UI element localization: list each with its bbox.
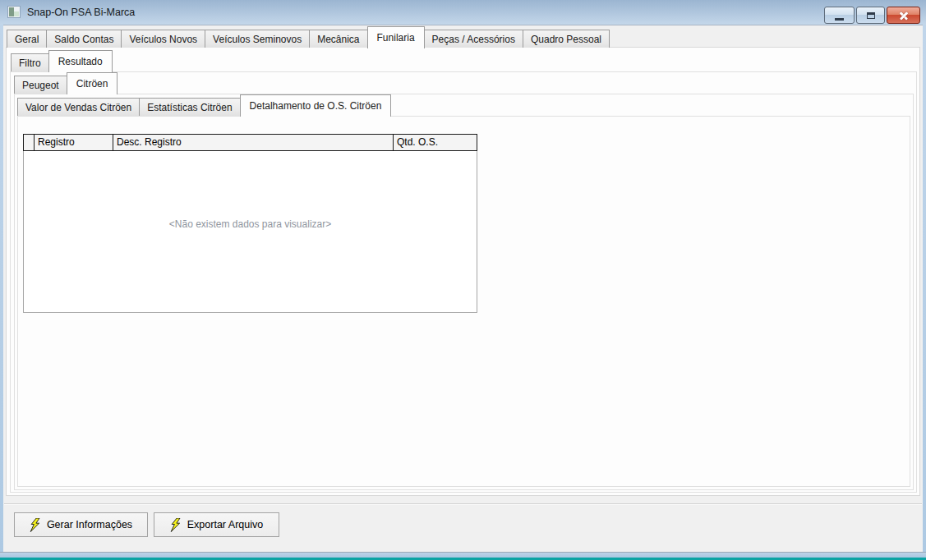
tab-quadro-pessoal[interactable]: Quadro Pessoal bbox=[523, 30, 610, 48]
tab-citroen[interactable]: Citröen bbox=[67, 72, 118, 94]
tab-peugeot[interactable]: Peugeot bbox=[14, 76, 67, 94]
tab-geral[interactable]: Geral bbox=[7, 30, 47, 48]
gerar-informacoes-button-label: Gerar Informações bbox=[47, 519, 132, 530]
minimize-icon bbox=[835, 18, 844, 21]
tab-filtro[interactable]: Filtro bbox=[11, 53, 49, 71]
main-tabs: GeralSaldo ContasVeículos NovosVeículos … bbox=[7, 26, 609, 48]
app-icon bbox=[7, 6, 21, 18]
minimize-button[interactable] bbox=[824, 7, 855, 24]
grid-column-header-qtd-o-s[interactable]: Qtd. O.S. bbox=[394, 135, 477, 150]
maximize-icon bbox=[867, 12, 875, 19]
caption-buttons bbox=[824, 7, 920, 24]
grid-column-header-registro[interactable]: Registro bbox=[35, 135, 113, 150]
report-tabs: Valor de Vendas CitröenEstatísticas Citr… bbox=[17, 94, 390, 116]
exportar-arquivo-button-label: Exportar Arquivo bbox=[187, 519, 263, 530]
grid-empty-message: <Não existem dados para visualizar> bbox=[24, 218, 477, 230]
gerar-informacoes-button[interactable]: Gerar Informações bbox=[14, 512, 148, 537]
tab-estatisticas-citroen[interactable]: Estatísticas Citröen bbox=[139, 98, 240, 116]
window-border-bottom bbox=[0, 552, 926, 560]
tab-valor-de-vendas-citroen[interactable]: Valor de Vendas Citröen bbox=[17, 98, 140, 116]
close-button[interactable] bbox=[887, 7, 920, 24]
grid-column-header-desc-registro[interactable]: Desc. Registro bbox=[113, 135, 394, 150]
grid-header: RegistroDesc. RegistroQtd. O.S. bbox=[23, 134, 477, 151]
titlebar[interactable]: Snap-On PSA Bi-Marca bbox=[0, 0, 926, 25]
tab-resultado[interactable]: Resultado bbox=[48, 50, 113, 72]
window-title: Snap-On PSA Bi-Marca bbox=[27, 0, 135, 25]
grid-column-header-indicator[interactable] bbox=[24, 135, 35, 150]
tab-veiculos-seminovos[interactable]: Veículos Seminovos bbox=[205, 30, 310, 48]
view-tabs: FiltroResultado bbox=[11, 50, 112, 71]
os-detail-grid[interactable]: RegistroDesc. RegistroQtd. O.S. <Não exi… bbox=[23, 134, 477, 313]
tab-veiculos-novos[interactable]: Veículos Novos bbox=[121, 30, 205, 48]
app-icon-detail bbox=[14, 11, 19, 16]
action-bar: Gerar InformaçõesExportar Arquivo bbox=[0, 504, 926, 552]
lightning-icon bbox=[170, 518, 181, 532]
app-window: Snap-On PSA Bi-Marca GeralSaldo ContasVe… bbox=[0, 0, 926, 560]
tab-funilaria[interactable]: Funilaria bbox=[367, 26, 425, 48]
window-border-left bbox=[0, 25, 3, 552]
tab-pecas-acessorios[interactable]: Peças / Acessórios bbox=[424, 30, 523, 48]
lightning-icon bbox=[30, 518, 40, 532]
maximize-button[interactable] bbox=[856, 7, 885, 24]
window-border-right bbox=[923, 25, 926, 552]
tab-mecanica[interactable]: Mecânica bbox=[309, 30, 367, 48]
exportar-arquivo-button[interactable]: Exportar Arquivo bbox=[154, 512, 279, 537]
tab-saldo-contas[interactable]: Saldo Contas bbox=[46, 30, 122, 48]
brand-tabs: PeugeotCitröen bbox=[14, 72, 117, 94]
tab-detalhamento-de-o-s-citroen[interactable]: Detalhamento de O.S. Citröen bbox=[240, 94, 392, 117]
